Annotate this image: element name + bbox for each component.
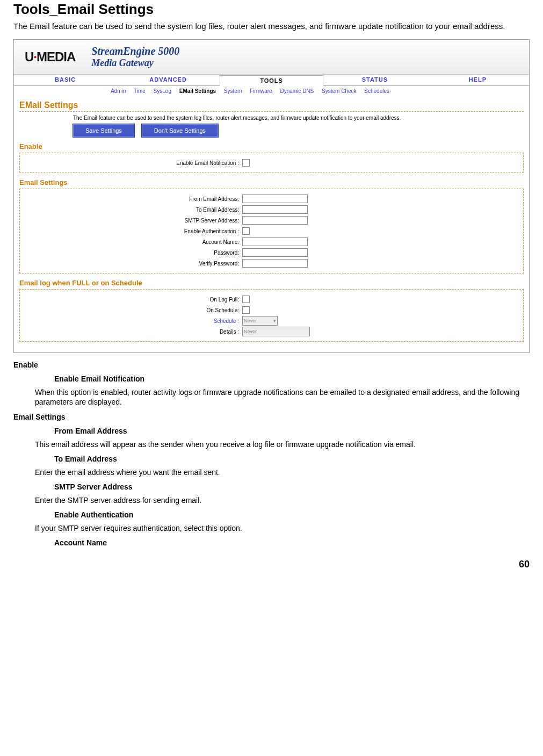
to-label: To Email Address: — [24, 207, 242, 213]
page-number: 60 — [13, 559, 530, 570]
enable-notif-checkbox[interactable] — [242, 159, 250, 167]
logo-u: U — [25, 49, 33, 64]
verify-label: Verify Password: — [24, 261, 242, 267]
details-label: Details : — [24, 329, 242, 335]
onsched-label: On Schedule: — [24, 307, 242, 313]
from-input[interactable] — [242, 195, 308, 203]
verify-input[interactable] — [242, 259, 308, 268]
help-email-h: Email Settings — [13, 413, 530, 421]
help-from-h: From Email Address — [54, 427, 530, 435]
help-from-p: This email address will appear as the se… — [35, 440, 530, 449]
schedule-value: Never — [244, 318, 257, 323]
nav-help[interactable]: HELP — [426, 75, 529, 85]
log-box: On Log Full: On Schedule: Schedule :Neve… — [19, 289, 524, 342]
onsched-checkbox[interactable] — [242, 306, 250, 314]
schedule-select[interactable]: Never▾ — [242, 316, 278, 326]
subnav-system[interactable]: System — [224, 88, 242, 94]
subnav-ddns[interactable]: Dynamic DNS — [280, 88, 314, 94]
router-frame: U·MEDIA StreamEngine 5000 Media Gateway … — [13, 39, 530, 353]
help-smtp-p: Enter the SMTP server address for sendin… — [35, 495, 530, 505]
help-enable-notif-p: When this option is enabled, router acti… — [35, 387, 530, 407]
help-enable-notif-h: Enable Email Notification — [54, 375, 530, 383]
sub-nav: Admin Time SysLog EMail Settings System … — [14, 86, 529, 96]
nav-status[interactable]: STATUS — [323, 75, 426, 85]
doc-intro: The Email feature can be used to send th… — [13, 21, 530, 32]
subnav-schedules[interactable]: Schedules — [364, 88, 389, 94]
enable-notif-label: Enable Email Notification : — [24, 160, 242, 166]
help-to-h: To Email Address — [54, 455, 530, 463]
smtp-label: SMTP Server Address: — [24, 218, 242, 224]
help-account-h: Account Name — [54, 538, 530, 547]
brand: StreamEngine 5000 Media Gateway — [91, 45, 179, 69]
logo-media: MEDIA — [37, 49, 75, 64]
help-enable-h: Enable — [13, 361, 530, 369]
doc-title: Tools_Email Settings — [13, 1, 530, 18]
email-box: From Email Address: To Email Address: SM… — [19, 189, 524, 273]
nav-basic[interactable]: BASIC — [14, 75, 117, 85]
onfull-label: On Log Full: — [24, 297, 242, 303]
router-intro: The Email feature can be used to send th… — [73, 115, 524, 121]
schedule-label: Schedule : — [24, 318, 242, 324]
subnav-syscheck[interactable]: System Check — [322, 88, 356, 94]
account-input[interactable] — [242, 237, 308, 246]
subnav-time[interactable]: Time — [134, 88, 146, 94]
auth-label: Enable Authentication : — [24, 228, 242, 234]
password-input[interactable] — [242, 248, 308, 257]
router-header: U·MEDIA StreamEngine 5000 Media Gateway — [14, 40, 529, 75]
enable-box: Enable Email Notification : — [19, 153, 524, 173]
help-auth-h: Enable Authentication — [54, 510, 530, 519]
main-nav: BASIC ADVANCED TOOLS STATUS HELP — [14, 75, 529, 86]
help-smtp-h: SMTP Server Address — [54, 483, 530, 491]
password-label: Password: — [24, 250, 242, 256]
router-page-title: EMail Settings — [19, 100, 524, 110]
auth-checkbox[interactable] — [242, 227, 250, 235]
save-button[interactable]: Save Settings — [73, 124, 134, 137]
subnav-admin[interactable]: Admin — [111, 88, 126, 94]
subnav-email[interactable]: EMail Settings — [179, 88, 216, 94]
help-to-p: Enter the email address where you want t… — [35, 467, 530, 477]
section-enable-title: Enable — [19, 142, 524, 150]
dont-save-button[interactable]: Don't Save Settings — [142, 124, 218, 137]
details-value: Never — [244, 329, 257, 334]
from-label: From Email Address: — [24, 196, 242, 202]
subnav-firmware[interactable]: Firmware — [250, 88, 272, 94]
brand-line2: Media Gateway — [91, 57, 179, 69]
nav-advanced[interactable]: ADVANCED — [117, 75, 219, 85]
nav-tools[interactable]: TOOLS — [220, 75, 323, 86]
brand-line1: StreamEngine 5000 — [91, 45, 179, 57]
smtp-input[interactable] — [242, 216, 308, 225]
onfull-checkbox[interactable] — [242, 296, 250, 303]
section-email-title: Email Settings — [19, 178, 524, 186]
logo: U·MEDIA — [25, 49, 75, 64]
divider — [19, 111, 524, 112]
to-input[interactable] — [242, 205, 308, 214]
help-auth-p: If your SMTP server requires authenticat… — [35, 523, 530, 533]
section-log-title: Email log when FULL or on Schedule — [19, 279, 524, 287]
chevron-down-icon: ▾ — [273, 318, 276, 323]
account-label: Account Name: — [24, 239, 242, 245]
details-box-val: Never — [242, 327, 310, 336]
subnav-syslog[interactable]: SysLog — [154, 88, 171, 94]
